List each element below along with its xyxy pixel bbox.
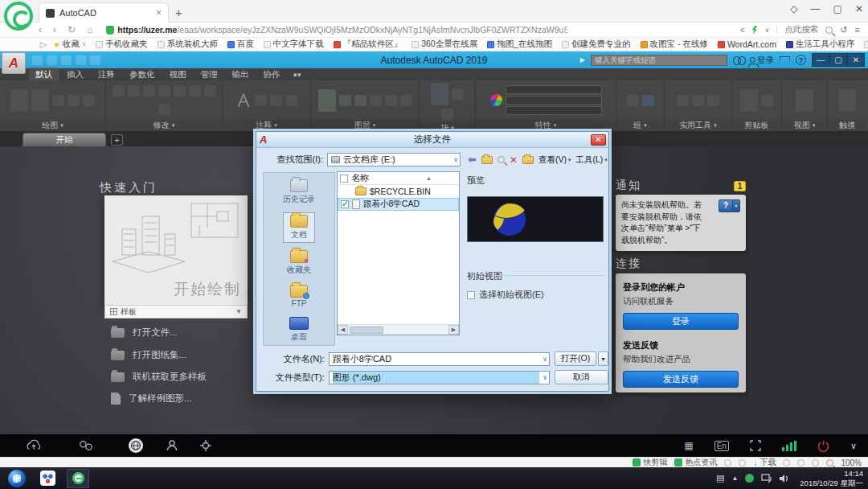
place-desktop[interactable]: 桌面 [283,315,315,344]
layer-properties-icon[interactable] [318,89,336,112]
tools-menu[interactable]: 工具(L)▾ [575,154,607,166]
delete-icon[interactable]: ✕ [510,154,518,166]
fullscreen-icon[interactable] [750,440,761,451]
bookmark-item[interactable]: 『精品软件区』 [330,39,406,50]
lineweight-combo[interactable] [506,96,602,105]
ribbon-tool-icon[interactable] [441,109,453,120]
ribbon-tab-output[interactable]: 输出 [226,68,256,81]
back-icon[interactable]: ‹ [39,24,42,35]
send-feedback-button[interactable]: 发送反馈 [623,371,739,388]
dialog-close-button[interactable]: ✕ [591,134,606,146]
templates-dropdown[interactable]: 样板 ▼ [104,305,248,318]
ribbon-tab-annotate[interactable]: 注释 [92,68,121,81]
ribbon-tool-icon[interactable] [143,85,155,97]
new-tab-button[interactable]: + [175,6,182,19]
ribbon-tool-icon[interactable] [796,89,813,112]
upload-cloud-icon[interactable] [26,439,42,452]
color-combo[interactable] [506,85,602,94]
place-favorites[interactable]: ★收藏夹 [280,249,317,277]
status-icon[interactable] [783,459,790,466]
views-menu[interactable]: 查看(V)▾ [538,154,571,166]
download-button[interactable]: ↓下载 [753,457,776,468]
maximize-icon[interactable]: ▢ [833,3,842,14]
file-type-combobox[interactable]: 图形 (*.dwg) ∨ [329,371,550,384]
panel-label[interactable]: 特性▾ [476,120,616,131]
home-icon[interactable]: ⌂ [87,24,92,35]
input-method-icon[interactable]: En [714,441,729,451]
search-expand-icon[interactable]: ▶ [580,56,585,64]
zoom-level[interactable]: 100% [841,458,862,467]
open-files-link[interactable]: 打开文件... [111,327,178,339]
acad-close-button[interactable]: ✕ [847,53,865,67]
ribbon-tool-icon[interactable] [128,85,140,97]
location-icon[interactable] [199,439,212,452]
panel-label[interactable]: 图层▾ [311,120,419,131]
share-icon[interactable]: < [740,26,745,35]
taskbar-netdisk-icon[interactable] [40,471,55,486]
scrollbar-thumb[interactable] [350,327,383,334]
user-icon[interactable] [166,439,178,452]
status-icon[interactable] [724,459,731,466]
file-name-combobox[interactable]: 跟着小8学CAD ∨ [329,352,550,366]
volume-tray-icon[interactable] [779,474,789,483]
search-web-icon[interactable] [497,156,505,163]
panel-label[interactable]: 绘图▾ [0,120,105,131]
file-list-header[interactable]: 名称 ▲ [338,172,459,185]
name-column-header[interactable]: 名称 [351,172,369,184]
new-drawing-tab-button[interactable]: + [111,134,123,146]
ribbon-options-icon[interactable]: ●▾ [293,71,301,79]
signin-button[interactable]: 登录 [750,55,774,66]
place-documents[interactable]: 文档 [283,212,315,243]
bookmark-item[interactable]: 360全景在线展 [408,39,481,50]
bookmark-item[interactable]: 百度 [224,39,257,50]
dialog-title-bar[interactable]: A 选择文件 ✕ [256,132,608,148]
ribbon-tool-icon[interactable] [204,85,216,97]
zoom-search-icon[interactable] [826,459,833,466]
ribbon-tool-icon[interactable] [174,85,186,97]
file-row-selected[interactable]: 跟着小8学CAD [338,198,459,211]
search-hint[interactable]: 点此搜索 [784,24,818,35]
panel-label[interactable]: 组▾ [616,120,664,131]
file-checkbox-checked[interactable] [341,200,349,208]
bookmark-item[interactable]: 中文字体下载 [260,39,327,50]
keyboard-tray-icon[interactable]: ▤ [716,473,724,483]
status-icon[interactable] [812,459,819,466]
panel-label[interactable]: 剪贴板 [732,120,781,131]
ribbon-tool-icon[interactable] [627,95,639,106]
scroll-right-icon[interactable]: ▶ [448,325,459,335]
panel-label[interactable]: 触摸 [828,120,866,131]
panel-label[interactable]: 视图▾ [782,120,827,131]
bookmark-item[interactable]: WordArt.com [714,39,780,49]
ribbon-tool-icon[interactable] [189,85,201,97]
ribbon-tool-icon[interactable] [31,89,49,112]
ribbon-tool-icon[interactable] [385,95,397,106]
bookmark-item[interactable]: 生活工具小程序 [783,39,858,50]
ribbon-tool-icon[interactable] [761,95,773,106]
file-row[interactable]: $RECYCLE.BIN [338,185,459,198]
ribbon-tab-view[interactable]: 视图 [163,68,193,81]
sample-drawings-link[interactable]: 了解样例图形... [111,392,192,405]
ribbon-tab-parametric[interactable]: 参数化 [123,68,162,81]
shortcut-keys-icon[interactable]: ▦ [684,440,693,451]
security-shield-icon[interactable] [106,26,114,35]
menu-icon[interactable]: ≡ [855,25,860,35]
scroll-left-icon[interactable]: ◀ [338,325,348,335]
ribbon-tool-icon[interactable] [285,95,297,106]
color-wheel-icon[interactable] [490,94,502,106]
ribbon-tab-default[interactable]: 默认 [29,68,59,81]
share-chat-icon[interactable] [79,439,93,452]
ribbon-tool-icon[interactable] [270,95,282,106]
look-in-combobox[interactable]: 云文档库 (E:) ∨ [327,153,461,166]
forward-icon[interactable]: › [53,24,56,35]
network-tray-icon[interactable] [761,474,772,483]
ribbon-tool-icon[interactable] [677,95,689,106]
place-history[interactable]: 历史记录 [276,178,321,207]
acad-app-menu-button[interactable]: A [2,52,26,74]
ribbon-tool-icon[interactable] [113,85,125,97]
quick-clip-button[interactable]: 快剪辑 [633,457,667,468]
insert-block-icon[interactable] [431,83,448,105]
history-icon[interactable]: ↺ [840,25,847,35]
panel-label[interactable]: 实用工具▾ [665,120,731,131]
uzer-logo-icon[interactable] [4,2,33,31]
acad-help-search-input[interactable] [591,55,727,66]
